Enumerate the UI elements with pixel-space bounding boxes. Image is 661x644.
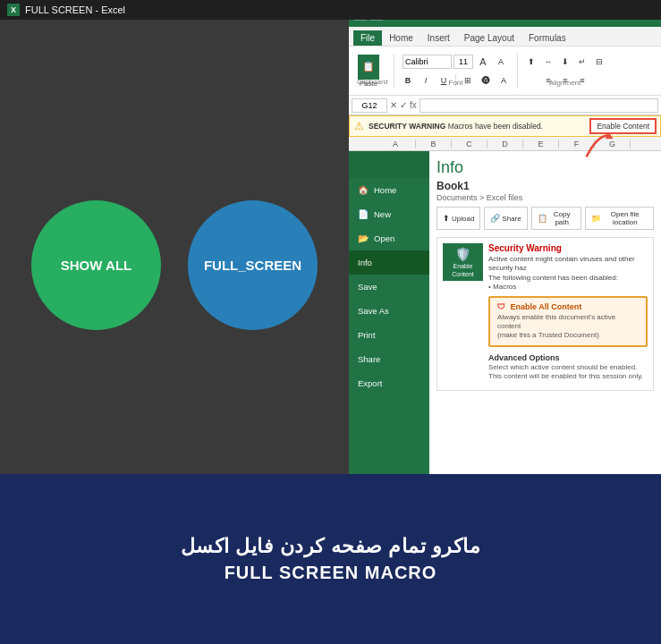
tab-file[interactable]: File	[353, 30, 382, 46]
right-panel: ↩ ↪ ▢ – ✕ File Home Insert Page Layout F…	[349, 0, 661, 474]
circles-area: SHOW ALL FULL_SCREEN	[0, 20, 349, 474]
left-panel: SHOW ALL FULL_SCREEN	[0, 0, 349, 474]
tab-insert[interactable]: Insert	[420, 30, 457, 46]
upload-button[interactable]: ⬆ Upload	[436, 207, 480, 230]
font-name-select[interactable]: Calibri	[403, 55, 452, 69]
upload-icon: ⬆	[443, 214, 450, 223]
security-panel-title: Security Warning	[488, 243, 648, 253]
security-warning-bar: ⚠ SECURITY WARNING Macros have been disa…	[349, 115, 661, 137]
advanced-options-title: Advanced Options	[488, 353, 648, 362]
col-e: E	[523, 140, 559, 148]
col-a: A	[376, 140, 416, 148]
font-size-select[interactable]: 11	[453, 55, 473, 69]
column-headers: A B C D E F G	[349, 137, 661, 151]
advanced-options[interactable]: Advanced Options Select which active con…	[488, 351, 648, 385]
info-title: Info	[436, 158, 654, 177]
align-middle-icon[interactable]: ↔	[540, 54, 556, 70]
sidebar-item-home[interactable]: 🏠 Home	[349, 178, 429, 202]
sidebar-item-print[interactable]: Print	[349, 323, 429, 347]
security-panel-desc2: The following content has been disabled:	[488, 274, 648, 283]
banner-text-persian: ماکرو تمام صفحه کردن فایل اکسل	[181, 535, 481, 558]
col-f: F	[559, 140, 595, 148]
fill-color-icon[interactable]: 🅐	[478, 72, 494, 89]
col-b: B	[416, 140, 452, 148]
sidebar-top	[349, 151, 429, 178]
enable-all-dropdown[interactable]: 🛡 Enable All Content Always enable this …	[488, 296, 648, 347]
info-filename: Book1	[436, 180, 654, 192]
folder-icon: 📁	[591, 214, 601, 223]
security-panel-bullet: • Macros	[488, 283, 648, 292]
align-bottom-icon[interactable]: ⬇	[557, 54, 573, 70]
bold-icon[interactable]: B	[400, 72, 416, 89]
share-icon: 🔗	[490, 214, 500, 223]
full-screen-circle[interactable]: FULL_SCREEN	[188, 200, 318, 330]
show-all-circle[interactable]: SHOW ALL	[31, 200, 161, 330]
bottom-banner: ماکرو تمام صفحه کردن فایل اکسل FULL SCRE…	[0, 474, 661, 644]
security-panel-header: 🛡️ Enable Content Security Warning Activ…	[443, 243, 648, 292]
tab-home[interactable]: Home	[382, 30, 420, 46]
copy-icon: 📋	[538, 214, 547, 223]
backstage-content: Info Book1 Documents > Excel files ⬆ Upl…	[429, 151, 661, 474]
excel-icon: X	[7, 4, 20, 16]
sidebar-item-save[interactable]: Save	[349, 275, 429, 299]
main-area: X FULL SCREEN - Excel SHOW ALL FULL_SCRE…	[0, 0, 661, 474]
wrap-text-icon[interactable]: ↵	[574, 54, 590, 70]
open-location-button[interactable]: 📁 Open file location	[585, 207, 654, 230]
backstage-sidebar: 🏠 Home 📄 New 📂 Open Info Save	[349, 151, 429, 474]
italic-icon[interactable]: I	[418, 72, 434, 89]
font-color-icon[interactable]: A	[496, 72, 512, 89]
align-top-icon[interactable]: ⬆	[523, 54, 539, 70]
increase-font-icon[interactable]: A	[475, 54, 491, 70]
col-c: C	[452, 140, 487, 148]
security-panel-content: Security Warning Active content might co…	[488, 243, 648, 292]
sidebar-item-saveas[interactable]: Save As	[349, 299, 429, 323]
warning-icon: ⚠	[354, 120, 364, 132]
new-icon: 📄	[358, 209, 369, 219]
home-icon: 🏠	[358, 185, 369, 195]
info-path: Documents > Excel files	[436, 193, 654, 202]
ribbon-tools: 📋 Paste Clipboard Calibri 11 A A	[349, 47, 661, 96]
formula-bar: G12 ✕ ✓ fx groovyPost.co	[349, 96, 661, 115]
formula-input[interactable]	[419, 98, 658, 113]
security-panel: 🛡️ Enable Content Security Warning Activ…	[436, 237, 654, 391]
copy-path-button[interactable]: 📋 Copy path	[531, 207, 581, 230]
tab-pagelayout[interactable]: Page Layout	[457, 30, 521, 46]
sidebar-item-new[interactable]: 📄 New	[349, 202, 429, 226]
info-actions: ⬆ Upload 🔗 Share 📋 Copy path 📁 Open file…	[436, 207, 654, 230]
decrease-font-icon[interactable]: A	[493, 54, 509, 70]
show-all-label: SHOW ALL	[61, 258, 131, 273]
sidebar-item-open[interactable]: 📂 Open	[349, 226, 429, 250]
enable-all-title: 🛡 Enable All Content	[497, 302, 639, 311]
title-bar-text: FULL SCREEN - Excel	[25, 4, 125, 15]
shield-icon: 🛡️	[455, 247, 470, 261]
security-text: SECURITY WARNING Macros have been disabl…	[369, 122, 586, 131]
sidebar-item-share[interactable]: Share	[349, 347, 429, 371]
merge-icon[interactable]: ⊟	[591, 54, 607, 70]
cell-reference[interactable]: G12	[352, 98, 387, 113]
sidebar-item-info[interactable]: Info	[349, 250, 429, 275]
security-panel-desc1: Active content might contain viruses and…	[488, 255, 648, 274]
sidebar-item-export[interactable]: Export	[349, 371, 429, 395]
open-icon: 📂	[358, 233, 369, 243]
title-bar: X FULL SCREEN - Excel	[0, 0, 661, 20]
banner-text-english: FULL SCREEN MACRO	[225, 563, 437, 583]
share-button[interactable]: 🔗 Share	[484, 207, 527, 230]
backstage-view: 🏠 Home 📄 New 📂 Open Info Save	[349, 151, 661, 474]
full-screen-label: FULL_SCREEN	[204, 258, 301, 273]
col-d: D	[487, 140, 523, 148]
col-g: G	[595, 140, 631, 148]
enable-content-box[interactable]: 🛡️ Enable Content	[443, 243, 483, 281]
ribbon-tabs: File Home Insert Page Layout Formulas	[349, 27, 661, 47]
advanced-options-desc: Select which active content should be en…	[488, 363, 648, 382]
enable-all-desc: Always enable this document's active con…	[497, 313, 639, 341]
tab-formulas[interactable]: Formulas	[521, 30, 573, 46]
enable-content-button[interactable]: Enable Content	[590, 119, 656, 133]
